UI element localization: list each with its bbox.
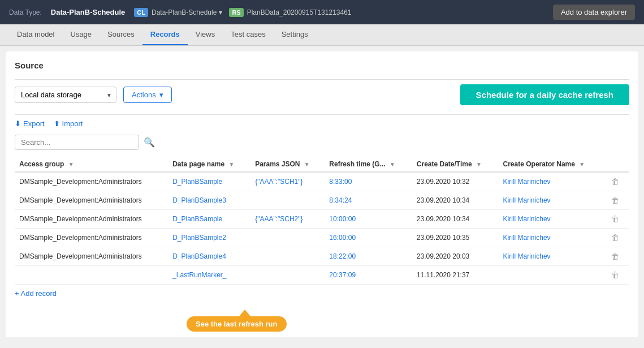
col-access-group: Access group ▼ (15, 157, 168, 172)
operator-link[interactable]: Kirill Marinichev (503, 178, 551, 186)
last-refresh-tooltip[interactable]: See the last refresh run (187, 316, 287, 332)
table-row: DMSample_Development:AdministratorsD_Pla… (15, 247, 629, 266)
cell-params_json (250, 247, 325, 266)
sort-icon[interactable]: ▼ (304, 161, 310, 167)
col-actions (604, 157, 629, 172)
delete-button[interactable]: 🗑 (609, 213, 621, 225)
col-create-date: Create Date/Time ▼ (412, 157, 499, 172)
cell-access_group: DMSample_Development:Administrators (15, 172, 168, 191)
cl-name: Data-PlanB-Schedule ▾ (152, 8, 222, 16)
cell-operator_name: Kirill Marinichev (499, 229, 604, 247)
tab-sources[interactable]: Sources (100, 24, 142, 45)
sort-icon[interactable]: ▼ (390, 161, 395, 167)
tab-views[interactable]: Views (188, 24, 223, 45)
col-operator-name: Create Operator Name ▼ (499, 157, 604, 172)
delete-button[interactable]: 🗑 (609, 251, 621, 262)
cell-delete: 🗑 (604, 191, 629, 210)
operator-link[interactable]: Kirill Marinichev (503, 215, 551, 223)
cell-operator_name: Kirill Marinichev (499, 191, 604, 210)
actions-button[interactable]: Actions ▾ (123, 87, 172, 103)
cell-access_group: DMSample_Development:Administrators (15, 229, 168, 247)
tooltip-area: See the last refresh run (187, 310, 287, 332)
schedule-button[interactable]: Schedule for a daily cache refresh (460, 84, 629, 105)
cell-access_group: DMSample_Development:Administrators (15, 191, 168, 210)
operator-link[interactable]: Kirill Marinichev (503, 234, 551, 242)
add-to-explorer-button[interactable]: Add to data explorer (553, 5, 635, 20)
import-icon: ⬆ (54, 119, 60, 128)
sort-icon[interactable]: ▼ (229, 161, 235, 167)
source-controls: Local data storage Actions ▾ Schedule fo… (15, 84, 629, 105)
records-table: Access group ▼ Data page name ▼ Params J… (15, 157, 629, 285)
cell-create_date: 23.09.2020 10:34 (412, 210, 499, 229)
cell-delete: 🗑 (604, 172, 629, 191)
refresh-time-value: 8:34:24 (329, 196, 352, 204)
cell-create_date: 23.09.2020 10:35 (412, 229, 499, 247)
table-row: DMSample_Development:AdministratorsD_Pla… (15, 229, 629, 247)
cell-access_group: DMSample_Development:Administrators (15, 210, 168, 229)
cell-create_date: 23.09.2020 20:03 (412, 247, 499, 266)
cell-refresh_time: 18:22:00 (325, 247, 412, 266)
tab-test-cases[interactable]: Test cases (223, 24, 273, 45)
cell-create_date: 23.09.2020 10:34 (412, 191, 499, 210)
data-page-link[interactable]: D_PlanBSample3 (172, 196, 226, 204)
search-input[interactable] (15, 135, 139, 150)
storage-select[interactable]: Local data storage (15, 87, 116, 103)
params-json-link[interactable]: {"AAA":"SCH1"} (255, 178, 302, 186)
cell-operator_name: Kirill Marinichev (499, 247, 604, 266)
search-icon[interactable]: 🔍 (144, 137, 155, 148)
data-page-link[interactable]: D_PlanBSample (172, 178, 222, 186)
table-header-row: Access group ▼ Data page name ▼ Params J… (15, 157, 629, 172)
sort-icon[interactable]: ▼ (68, 161, 74, 167)
main-content: Source Local data storage Actions ▾ Sche… (6, 51, 638, 337)
import-link[interactable]: ⬆ Import (54, 119, 83, 128)
divider2 (15, 114, 629, 115)
cell-operator_name: Kirill Marinichev (499, 172, 604, 191)
data-page-link[interactable]: D_PlanBSample4 (172, 252, 226, 260)
table-row: DMSample_Development:AdministratorsD_Pla… (15, 191, 629, 210)
export-link[interactable]: ⬇ Export (15, 119, 45, 128)
cell-operator_name: Kirill Marinichev (499, 210, 604, 229)
table-row: DMSample_Development:AdministratorsD_Pla… (15, 172, 629, 191)
sort-icon[interactable]: ▼ (579, 161, 585, 167)
col-data-page-name: Data page name ▼ (168, 157, 250, 172)
sort-icon[interactable]: ▼ (476, 161, 482, 167)
cl-badge: CL (134, 8, 148, 17)
cell-delete: 🗑 (604, 247, 629, 266)
tab-settings[interactable]: Settings (274, 24, 316, 45)
operator-link[interactable]: Kirill Marinichev (503, 252, 551, 260)
cell-params_json: {"AAA":"SCH2"} (250, 210, 325, 229)
data-page-link[interactable]: D_PlanBSample2 (172, 234, 226, 242)
tab-usage[interactable]: Usage (62, 24, 100, 45)
cell-data_page_name: _LastRunMarker_ (168, 266, 250, 285)
refresh-time-value: 8:33:00 (329, 178, 352, 186)
refresh-time-value: 10:00:00 (329, 215, 356, 223)
delete-button[interactable]: 🗑 (609, 269, 621, 281)
refresh-time-value: 20:37:09 (329, 271, 356, 279)
data-type-label: Data Type: (9, 8, 42, 16)
search-row: 🔍 (15, 135, 629, 150)
data-page-link[interactable]: D_PlanBSample (172, 215, 222, 223)
delete-button[interactable]: 🗑 (609, 232, 621, 243)
divider (15, 79, 629, 80)
export-icon: ⬇ (15, 119, 21, 128)
cell-refresh_time: 16:00:00 (325, 229, 412, 247)
delete-button[interactable]: 🗑 (609, 195, 621, 206)
cell-params_json (250, 191, 325, 210)
cell-data_page_name: D_PlanBSample (168, 172, 250, 191)
cell-create_date: 11.11.2020 21:37 (412, 266, 499, 285)
delete-button[interactable]: 🗑 (609, 176, 621, 187)
tab-data-model[interactable]: Data model (9, 24, 62, 45)
cell-data_page_name: D_PlanBSample2 (168, 229, 250, 247)
cell-data_page_name: D_PlanBSample4 (168, 247, 250, 266)
params-json-link[interactable]: {"AAA":"SCH2"} (255, 215, 302, 223)
tab-records[interactable]: Records (142, 24, 188, 45)
refresh-time-value: 16:00:00 (329, 234, 356, 242)
export-import-row: ⬇ Export ⬆ Import (15, 119, 629, 128)
operator-link[interactable]: Kirill Marinichev (503, 196, 551, 204)
rs-name: PlanBData_20200915T131213461 (247, 8, 352, 16)
cell-params_json (250, 266, 325, 285)
add-record-link[interactable]: + Add record (15, 289, 57, 298)
data-page-link[interactable]: _LastRunMarker_ (172, 271, 226, 279)
chevron-down-icon: ▾ (219, 8, 222, 16)
rs-badge: RS (229, 8, 243, 17)
